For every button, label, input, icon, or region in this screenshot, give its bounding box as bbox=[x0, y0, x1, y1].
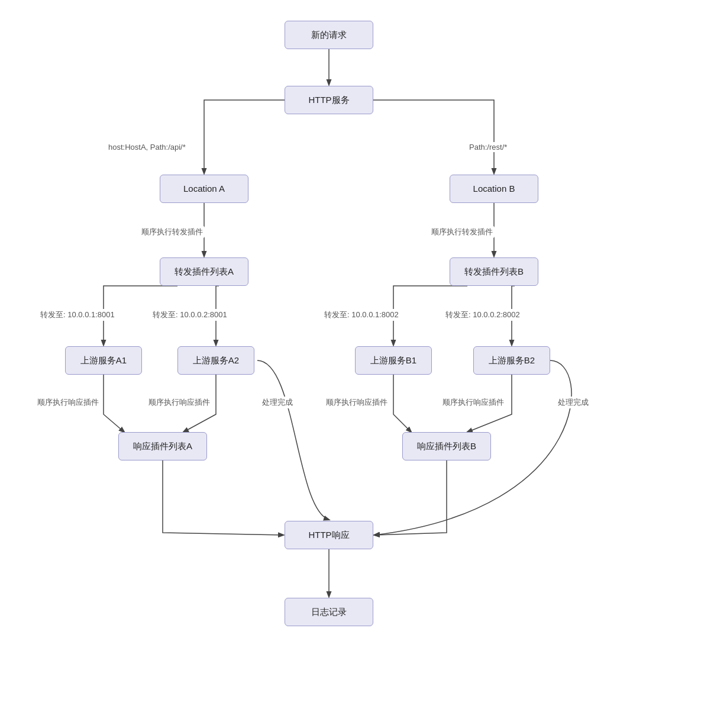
label-seq-forward-a: 顺序执行转发插件 bbox=[140, 226, 205, 238]
label-forward-a2: 转发至: 10.0.0.2:8001 bbox=[151, 309, 229, 321]
label-path-rest: Path:/rest/* bbox=[467, 142, 509, 152]
upstream-b2-node: 上游服务B2 bbox=[473, 346, 550, 375]
response-plugin-b-node: 响应插件列表B bbox=[402, 432, 491, 460]
http-service-node: HTTP服务 bbox=[285, 86, 373, 114]
label-forward-a1: 转发至: 10.0.0.1:8001 bbox=[38, 309, 117, 321]
upstream-b1-node: 上游服务B1 bbox=[355, 346, 432, 375]
label-done-a: 处理完成 bbox=[260, 397, 295, 408]
label-seq-resp-a1: 顺序执行响应插件 bbox=[35, 397, 101, 408]
location-b-node: Location B bbox=[450, 175, 538, 203]
label-forward-b2: 转发至: 10.0.0.2:8002 bbox=[444, 309, 522, 321]
plugin-list-b-node: 转发插件列表B bbox=[450, 257, 538, 286]
response-plugin-a-node: 响应插件列表A bbox=[118, 432, 207, 460]
label-seq-resp-a2: 顺序执行响应插件 bbox=[147, 397, 212, 408]
http-response-node: HTTP响应 bbox=[285, 521, 373, 549]
label-seq-resp-b2: 顺序执行响应插件 bbox=[441, 397, 506, 408]
label-host-path-a: host:HostA, Path:/api/* bbox=[106, 142, 188, 152]
location-a-node: Location A bbox=[160, 175, 248, 203]
new-request-node: 新的请求 bbox=[285, 21, 373, 49]
log-node: 日志记录 bbox=[285, 598, 373, 626]
upstream-a1-node: 上游服务A1 bbox=[65, 346, 142, 375]
plugin-list-a-node: 转发插件列表A bbox=[160, 257, 248, 286]
label-done-b: 处理完成 bbox=[556, 397, 590, 408]
upstream-a2-node: 上游服务A2 bbox=[177, 346, 254, 375]
label-seq-resp-b1: 顺序执行响应插件 bbox=[324, 397, 389, 408]
label-forward-b1: 转发至: 10.0.0.1:8002 bbox=[322, 309, 401, 321]
label-seq-forward-b: 顺序执行转发插件 bbox=[429, 226, 495, 238]
diagram: 新的请求 HTTP服务 Location A Location B 转发插件列表… bbox=[0, 0, 717, 728]
